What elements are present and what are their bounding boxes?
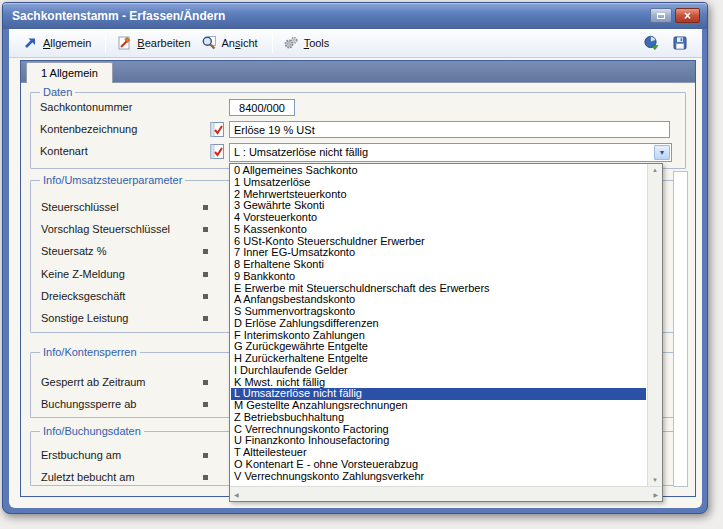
dropdown-item[interactable]: 8 Erhaltene Skonti bbox=[231, 259, 646, 271]
menu-allgemein[interactable]: Allgemein bbox=[22, 35, 91, 51]
menu-bearbeiten[interactable]: Bearbeiten bbox=[116, 35, 190, 51]
scroll-left-icon[interactable]: ◀ bbox=[234, 491, 239, 498]
close-icon: × bbox=[684, 10, 691, 22]
field-marker bbox=[203, 316, 208, 321]
save-icon[interactable] bbox=[672, 35, 688, 51]
scroll-down-icon[interactable]: ▼ bbox=[652, 477, 658, 483]
scroll-right-icon[interactable]: ▶ bbox=[653, 491, 658, 498]
field-marker bbox=[203, 272, 208, 277]
form-content: Daten Sachkontonummer Kontenbezeichnung … bbox=[21, 83, 695, 496]
field-label: Buchungssperre ab bbox=[41, 398, 136, 410]
app-window: Sachkontenstamm - Erfassen/Ändern × Allg… bbox=[2, 2, 708, 514]
sachkontonummer-label: Sachkontonummer bbox=[40, 101, 132, 113]
arrow-ne-icon bbox=[22, 35, 38, 51]
dropdown-item[interactable]: D Erlöse Zahlungsdifferenzen bbox=[231, 318, 646, 330]
gears-icon bbox=[283, 35, 299, 51]
menu-tools[interactable]: Tools bbox=[283, 35, 330, 51]
dropdown-item[interactable]: V Verrechnungskonto Zahlungsverkehr bbox=[231, 471, 646, 483]
group-title: Daten bbox=[40, 86, 75, 99]
field-label: Steuersatz % bbox=[41, 245, 106, 257]
form-panel: 1 Allgemein Daten Sachkontonummer Konten… bbox=[20, 60, 696, 497]
menu-label: Allgemein bbox=[43, 37, 91, 49]
field-label: Gesperrt ab Zeitraum bbox=[41, 376, 146, 388]
menu-label: Tools bbox=[304, 37, 330, 49]
kontenart-dropdown-items: 0 Allgemeines Sachkonto1 Umsatzerlöse2 M… bbox=[231, 165, 646, 485]
menu-separator bbox=[272, 33, 273, 53]
dropdown-item[interactable]: 4 Vorsteuerkonto bbox=[231, 212, 646, 224]
screenshot-root: Sachkontenstamm - Erfassen/Ändern × Allg… bbox=[0, 0, 723, 529]
kontenart-label: Kontenart bbox=[40, 145, 88, 157]
restore-icon bbox=[657, 13, 665, 19]
chevron-down-icon: ▼ bbox=[659, 149, 666, 156]
window-titlebar: Sachkontenstamm - Erfassen/Ändern × bbox=[3, 3, 707, 29]
dropdown-item[interactable]: 0 Allgemeines Sachkonto bbox=[231, 165, 646, 177]
dropdown-vertical-scrollbar[interactable]: ▲ ▼ bbox=[647, 164, 662, 486]
field-label: Keine Z-Meldung bbox=[41, 268, 125, 280]
dropdown-item[interactable]: 9 Bankkonto bbox=[231, 271, 646, 283]
dropdown-item[interactable]: 5 Kassenkonto bbox=[231, 224, 646, 236]
restore-button[interactable] bbox=[650, 8, 672, 23]
dropdown-item[interactable]: 1 Umsatzerlöse bbox=[231, 177, 646, 189]
sachkontonummer-input[interactable] bbox=[229, 99, 295, 116]
field-marker bbox=[203, 227, 208, 232]
field-label: Dreiecksgeschäft bbox=[41, 290, 125, 302]
field-label: Zuletzt bebucht am bbox=[41, 471, 135, 483]
field-marker bbox=[203, 380, 208, 385]
magnifier-icon bbox=[201, 35, 217, 51]
field-label: Vorschlag Steuerschlüssel bbox=[41, 223, 170, 235]
field-marker bbox=[203, 475, 208, 480]
dropdown-horizontal-scrollbar[interactable]: ◀ ▶ bbox=[230, 486, 662, 501]
dropdown-item[interactable]: S Summenvortragskonto bbox=[231, 306, 646, 318]
field-marker bbox=[203, 294, 208, 299]
field-marker bbox=[203, 249, 208, 254]
menu-separator bbox=[105, 33, 106, 53]
menubar: Allgemein Bearbeiten Ansicht bbox=[9, 29, 702, 58]
toolbar-right bbox=[643, 35, 688, 51]
underlying-fields-strip bbox=[673, 171, 688, 487]
kontenart-combobox[interactable]: L : Umsatzerlöse nicht fällig ▼ bbox=[229, 143, 672, 162]
kontenart-dropdown-list: 0 Allgemeines Sachkonto1 Umsatzerlöse2 M… bbox=[229, 163, 663, 502]
dropdown-item[interactable]: H Zurückerhaltene Entgelte bbox=[231, 353, 646, 365]
field-marker bbox=[203, 205, 208, 210]
field-label: Steuerschlüssel bbox=[41, 201, 119, 213]
dropdown-item[interactable]: Z Betriebsbuchhaltung bbox=[231, 412, 646, 424]
red-check-icon[interactable] bbox=[209, 143, 226, 160]
close-button[interactable]: × bbox=[675, 8, 700, 23]
dropdown-item[interactable]: I Durchlaufende Gelder bbox=[231, 365, 646, 377]
scroll-up-icon[interactable]: ▲ bbox=[652, 167, 658, 173]
kontenbezeichnung-input[interactable] bbox=[229, 121, 670, 138]
edit-tool-icon bbox=[116, 35, 132, 51]
dropdown-item[interactable]: T Altteilesteuer bbox=[231, 447, 646, 459]
dropdown-item[interactable]: M Gestellte Anzahlungsrechnungen bbox=[231, 400, 646, 412]
field-marker bbox=[203, 453, 208, 458]
window-title: Sachkontenstamm - Erfassen/Ändern bbox=[12, 9, 225, 23]
window-controls: × bbox=[650, 8, 700, 23]
red-check-icon[interactable] bbox=[209, 121, 226, 138]
tab-allgemein[interactable]: 1 Allgemein bbox=[26, 62, 113, 83]
tab-strip: 1 Allgemein bbox=[21, 61, 695, 83]
field-label: Sonstige Leistung bbox=[41, 312, 128, 324]
combo-dropdown-button[interactable]: ▼ bbox=[654, 145, 670, 160]
menu-ansicht[interactable]: Ansicht bbox=[201, 35, 258, 51]
pie-chart-icon[interactable] bbox=[643, 35, 659, 51]
window-body: 1 Allgemein Daten Sachkontonummer Konten… bbox=[9, 58, 702, 508]
field-marker bbox=[203, 402, 208, 407]
menu-label: Bearbeiten bbox=[137, 37, 190, 49]
menu-label: Ansicht bbox=[222, 37, 258, 49]
kontenbezeichnung-label: Kontenbezeichnung bbox=[40, 123, 137, 135]
dropdown-item[interactable]: O Kontenart E - ohne Vorsteuerabzug bbox=[231, 459, 646, 471]
field-label: Erstbuchung am bbox=[41, 449, 121, 461]
kontenart-value: L : Umsatzerlöse nicht fällig bbox=[234, 146, 368, 158]
